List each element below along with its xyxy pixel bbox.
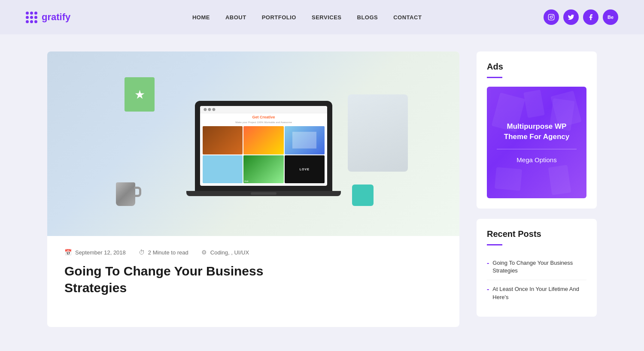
nav-home[interactable]: HOME	[192, 14, 210, 21]
svg-point-1	[550, 16, 552, 18]
nav-blogs[interactable]: BLOGS	[357, 14, 378, 21]
svg-rect-0	[548, 14, 554, 20]
article-date: 📅 September 12, 2018	[64, 249, 126, 256]
sidebar: Ads Multipurpose WPTheme For Agency Mega…	[477, 51, 597, 327]
article-body: 📅 September 12, 2018 ⏱ 2 Minute to read …	[47, 236, 459, 309]
logo[interactable]: gratify	[26, 12, 70, 23]
nav-about[interactable]: ABOUT	[225, 14, 246, 21]
twitter-button[interactable]	[563, 9, 579, 25]
article-categories: ⚙ Coding, , UI/UX	[201, 249, 249, 256]
ad-title-text: Multipurpose WPTheme For Agency	[495, 121, 578, 142]
header: gratify HOME ABOUT PORTFOLIO SERVICES BL…	[0, 0, 644, 34]
svg-point-2	[553, 15, 553, 16]
social-icons-group: Be	[544, 9, 618, 25]
star-icon: ★	[134, 88, 145, 102]
behance-button[interactable]: Be	[603, 9, 618, 25]
recent-posts-widget: Recent Posts - Going To Change Your Busi…	[477, 219, 597, 317]
logo-text: gratify	[42, 12, 70, 23]
screen-browser-bar: ⬤ ⬤ ⬤	[200, 106, 327, 113]
nav-portfolio[interactable]: PORTFOLIO	[262, 14, 296, 21]
article-title: Going To Change Your Business Strategies	[64, 263, 442, 296]
logo-grid-icon	[26, 12, 37, 23]
ads-title-underline	[487, 77, 502, 78]
recent-post-item[interactable]: - Going To Change Your Business Strategi…	[487, 254, 586, 280]
instagram-button[interactable]	[544, 9, 559, 25]
recent-posts-underline	[487, 244, 502, 245]
post-dash-1: -	[487, 259, 489, 267]
recent-posts-title: Recent Posts	[487, 229, 586, 239]
article-hero-image: ★ ⬤ ⬤ ⬤ Get Creative Make your Project 1…	[47, 51, 459, 236]
wall-card: ★	[125, 77, 155, 112]
ads-widget-title: Ads	[487, 62, 586, 72]
article-read-time: ⏱ 2 Minute to read	[139, 249, 188, 256]
ads-widget: Ads Multipurpose WPTheme For Agency Mega…	[477, 51, 597, 209]
ad-background-shapes	[487, 87, 586, 198]
screen-title: Get Creative	[200, 113, 327, 121]
recent-post-link-2: At Least Once In Your Lifetime And Here'…	[492, 285, 586, 301]
screen-subtitle: Make your Project 100% Workable and Awes…	[200, 121, 327, 124]
article-meta: 📅 September 12, 2018 ⏱ 2 Minute to read …	[64, 249, 442, 256]
green-cube-prop	[352, 185, 374, 206]
article-card: ★ ⬤ ⬤ ⬤ Get Creative Make your Project 1…	[47, 51, 459, 327]
mug-prop	[116, 182, 140, 210]
nav-services[interactable]: SERVICES	[312, 14, 342, 21]
calendar-icon: 📅	[64, 249, 72, 256]
main-content: ★ ⬤ ⬤ ⬤ Get Creative Make your Project 1…	[21, 34, 623, 344]
laptop-mockup: ⬤ ⬤ ⬤ Get Creative Make your Project 100…	[195, 101, 341, 196]
recent-post-link-1: Going To Change Your Business Strategies	[492, 259, 586, 275]
category-icon: ⚙	[201, 249, 207, 256]
clock-icon: ⏱	[139, 249, 145, 256]
facebook-button[interactable]	[583, 9, 598, 25]
recent-post-item-2[interactable]: - At Least Once In Your Lifetime And Her…	[487, 280, 586, 306]
background-laptop	[348, 94, 408, 172]
ad-divider	[497, 149, 577, 149]
main-nav: HOME ABOUT PORTFOLIO SERVICES BLOGS CONT…	[192, 14, 422, 21]
nav-contact[interactable]: CONTACT	[393, 14, 422, 21]
ad-banner[interactable]: Multipurpose WPTheme For Agency Mega Opt…	[487, 87, 586, 198]
ad-subtitle-text: Mega Options	[516, 156, 556, 163]
screen-grid: love LOVE	[200, 125, 327, 186]
post-dash-2: -	[487, 285, 489, 293]
